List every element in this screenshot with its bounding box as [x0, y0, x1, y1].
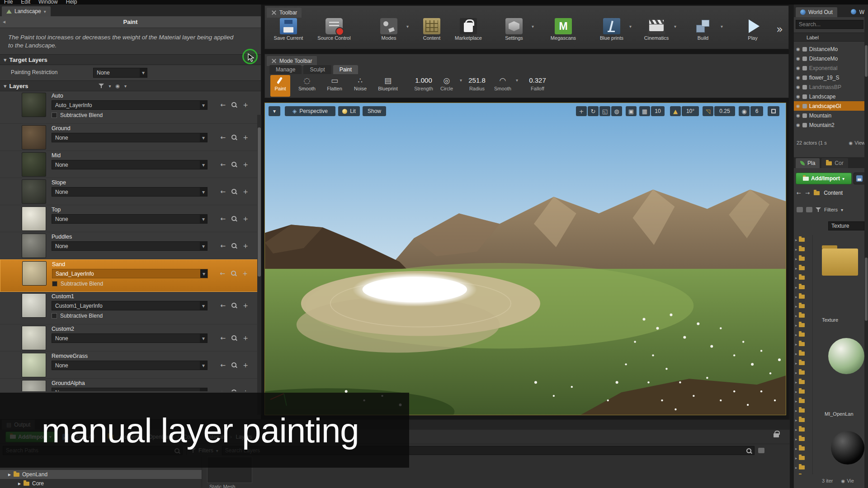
brush-param-circle[interactable]: ◎ ▾ Circle [435, 75, 458, 97]
visibility-eye-icon[interactable]: ◉ [796, 103, 800, 108]
mode-tab-manage[interactable]: Manage [269, 65, 302, 74]
chevron-down-icon[interactable]: ▾ [200, 301, 207, 310]
collapse-icon[interactable]: ◂ [3, 19, 5, 25]
camera-speed-icon[interactable]: ◉ [739, 106, 750, 116]
layer-row-top[interactable]: Top None ▾ ← + [0, 205, 261, 232]
viewport[interactable]: ▾ ◈ Perspective Lit Show + ↻ ◱ ◍ ▣ ▦ 10 … [264, 103, 786, 415]
tool-smooth-button[interactable]: ◌ Smooth [295, 75, 319, 97]
folder-tree-row[interactable]: ▸ [794, 377, 812, 387]
layer-info-dropdown[interactable]: None ▾ [52, 160, 208, 169]
layer-info-dropdown[interactable]: Sand_LayerInfo ▾ [52, 269, 208, 278]
folder-tree-row[interactable]: ▸ [794, 349, 812, 358]
use-selected-icon[interactable]: ← [220, 270, 226, 277]
texture-folder-icon[interactable] [822, 249, 858, 276]
browse-icon[interactable] [231, 189, 237, 194]
layer-row-slope[interactable]: Slope None ▾ ← + [0, 178, 261, 205]
material-asset-label[interactable]: MI_OpenLan [825, 411, 867, 417]
world-space-icon[interactable]: ◍ [611, 106, 622, 116]
subtractive-blend-checkbox[interactable] [52, 113, 57, 118]
chevron-right-icon[interactable]: ▸ [795, 295, 797, 299]
move-tool-icon[interactable]: + [576, 106, 587, 116]
rotation-snap-value[interactable]: 10° [682, 106, 699, 116]
toolbar-save-current-button[interactable]: Save Current [268, 18, 309, 47]
toolbar-content-button[interactable]: Content [411, 18, 453, 47]
chevron-right-icon[interactable]: ▸ [795, 380, 797, 385]
create-layer-icon[interactable]: + [243, 334, 248, 342]
tool-blueprint-button[interactable]: ▤ Blueprint [373, 75, 402, 97]
chevron-down-icon[interactable]: ▾ [200, 361, 207, 370]
grid-snap-value[interactable]: 10 [651, 106, 665, 116]
layer-info-dropdown[interactable]: Custom1_LayerInfo ▾ [52, 301, 208, 310]
outliner-row-flower_19_s[interactable]: ◉ flower_19_S [794, 73, 865, 82]
outliner-row-distancemo[interactable]: ◉ DistanceMo [794, 44, 865, 54]
toolbar-source-control-button[interactable]: Source Control [313, 18, 355, 47]
toolbar-marketplace-button[interactable]: Marketplace [448, 18, 489, 47]
browse-icon[interactable] [231, 102, 237, 108]
chevron-down-icon[interactable]: ▾ [200, 101, 207, 109]
use-selected-icon[interactable]: ← [221, 389, 226, 391]
save-all-mini-button[interactable] [854, 173, 865, 184]
chevron-down-icon[interactable]: ▾ [200, 215, 207, 223]
menu-file[interactable]: File [4, 0, 13, 5]
folder-tree-row[interactable]: ▸ [794, 292, 812, 301]
brush-param-radius[interactable]: 251.8 Radius [462, 75, 492, 97]
param-value[interactable]: 0.327 [523, 75, 552, 86]
painting-restriction-dropdown[interactable]: None ▾ [93, 68, 147, 78]
use-selected-icon[interactable]: ← [221, 302, 226, 309]
show-button[interactable]: Show [363, 106, 386, 116]
folder-tree-row[interactable]: ▸ [794, 235, 812, 244]
use-selected-icon[interactable]: ← [221, 334, 226, 342]
chevron-down-icon[interactable]: ▾ [200, 133, 207, 142]
chevron-right-icon[interactable]: ▸ [795, 238, 797, 242]
visibility-eye-icon[interactable]: ◉ [796, 56, 800, 61]
grid-snap-icon[interactable]: ▦ [639, 106, 650, 116]
view-eye-icon[interactable]: ◉ [841, 479, 845, 483]
folder-tree-row[interactable]: ▸ [794, 311, 812, 320]
folder-tree-row[interactable]: ▸ [794, 444, 812, 453]
chevron-right-icon[interactable]: ▸ [795, 418, 797, 422]
toolbar-megascans-button[interactable]: Megascans [542, 18, 584, 47]
lock-icon[interactable] [774, 433, 779, 437]
chevron-right-icon[interactable]: ▸ [795, 371, 797, 375]
chevron-right-icon[interactable]: ▸ [795, 323, 797, 328]
browse-icon[interactable] [231, 303, 237, 308]
browse-icon[interactable] [231, 335, 237, 341]
settings-mini-icon[interactable] [758, 448, 764, 453]
chevron-down-icon[interactable]: ▾ [200, 188, 207, 196]
chevron-down-icon[interactable]: ▾ [124, 84, 127, 89]
folder-tree-row[interactable]: ▸ [794, 406, 812, 415]
toolbar-cinematics-button[interactable]: ▾ Cinematics [636, 18, 677, 47]
layer-thumbnail[interactable] [22, 125, 46, 150]
outliner-row-landscape[interactable]: ◉ Landscape [794, 92, 865, 101]
chevron-down-icon[interactable]: ▾ [200, 269, 208, 278]
tab-toolbar[interactable]: Toolbar [267, 8, 302, 18]
create-layer-icon[interactable]: + [243, 134, 248, 141]
maximize-viewport-button[interactable] [768, 106, 779, 116]
create-layer-icon[interactable]: + [243, 389, 248, 391]
tab-place-actors[interactable]: Pla [796, 158, 820, 168]
chevron-right-icon[interactable]: ▸ [795, 427, 797, 432]
subtractive-blend-checkbox[interactable] [52, 313, 57, 319]
outliner-search-input[interactable] [796, 20, 863, 29]
viewport-scene[interactable] [265, 103, 786, 415]
content-root-label[interactable]: Content [824, 190, 843, 196]
viewport-options-button[interactable]: ▾ [269, 106, 280, 116]
layer-info-dropdown[interactable]: Auto_LayerInfo ▾ [52, 100, 208, 110]
toolbar-overflow-button[interactable]: » [776, 23, 783, 36]
outliner-row-mountain[interactable]: ◉ Mountain [794, 111, 865, 120]
scale-tool-icon[interactable]: ◱ [599, 106, 610, 116]
folder-tree-row[interactable]: ▸ [794, 320, 812, 330]
chevron-right-icon[interactable]: ▸ [18, 480, 21, 487]
tile-view-icon[interactable] [806, 207, 812, 212]
browse-icon[interactable] [231, 216, 237, 221]
chevron-down-icon[interactable]: ▾ [108, 84, 111, 89]
folder-tree-row[interactable]: ▸ [794, 301, 812, 311]
chevron-down-icon[interactable]: ▾ [721, 24, 723, 29]
param-value[interactable]: 251.8 [462, 75, 492, 86]
chevron-right-icon[interactable]: ▸ [795, 446, 797, 451]
folder-tree-row[interactable]: ▸ [794, 434, 812, 444]
folder-tree-row[interactable]: ▸ [794, 463, 812, 472]
browse-icon[interactable] [231, 243, 237, 249]
tab-landscape[interactable]: Landscape ▾ [2, 6, 51, 16]
material-asset-thumbnail[interactable] [828, 338, 864, 374]
